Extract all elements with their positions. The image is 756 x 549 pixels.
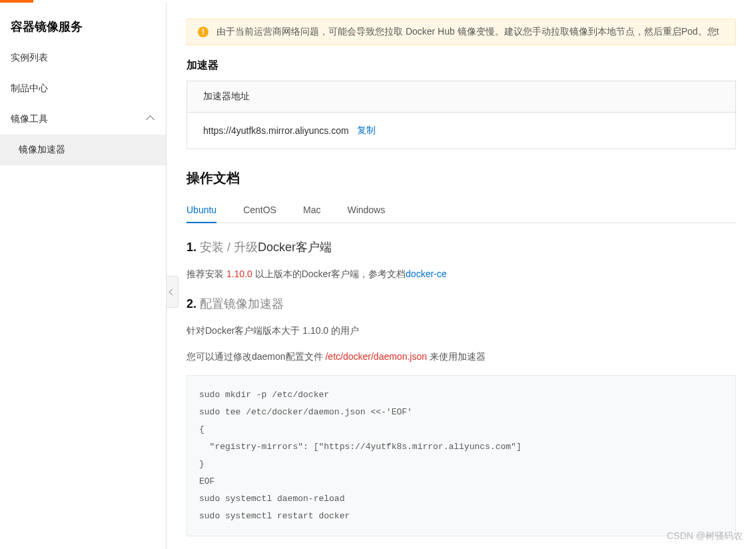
step-number: 2. [187,297,196,310]
text: 推荐安装 [187,269,226,279]
mirror-url: https://4yutfk8s.mirror.aliyuncs.com [203,125,349,136]
alert-text: 由于当前运营商网络问题，可能会导致您拉取 Docker Hub 镜像变慢。建议您… [216,26,719,38]
tab-windows[interactable]: Windows [347,198,385,223]
text: 您可以通过修改daemon配置文件 [187,351,325,362]
text: 以上版本的Docker客户端，参考文档 [252,269,406,279]
step1-paragraph: 推荐安装 1.10.0 以上版本的Docker客户端，参考文档docker-ce [187,266,736,282]
code-block: sudo mkdir -p /etc/docker sudo tee /etc/… [187,375,736,536]
sidebar-title: 容器镜像服务 [0,3,166,43]
sidebar-item-label: 实例列表 [11,52,48,64]
step2-title: 2. 配置镜像加速器 [187,296,736,312]
step2-paragraph2: 您可以通过修改daemon配置文件 /etc/docker/daemon.jso… [187,348,736,365]
sidebar-collapse-handle[interactable] [167,276,179,308]
step2-paragraph1: 针对Docker客户端版本大于 1.10.0 的用户 [187,322,736,339]
os-tabs: Ubuntu CentOS Mac Windows [187,198,736,223]
config-path: /etc/docker/daemon.json [325,351,427,362]
sidebar: 容器镜像服务 实例列表 制品中心 镜像工具 镜像加速器 [0,3,167,549]
warning-icon: ! [198,27,208,37]
text: 来使用加速器 [427,351,486,362]
sidebar-item-label: 镜像工具 [11,113,48,125]
main-content: ! 由于当前运营商网络问题，可能会导致您拉取 Docker Hub 镜像变慢。建… [167,3,756,549]
section-title-accelerator: 加速器 [187,59,736,73]
card-header: 加速器地址 [187,81,735,113]
version-text: 1.10.0 [226,269,252,279]
step1-title: 1. 安装 / 升级Docker客户端 [187,239,736,255]
sidebar-item-label: 制品中心 [11,83,48,95]
sidebar-item-image-tools[interactable]: 镜像工具 [0,104,166,135]
sidebar-item-products[interactable]: 制品中心 [0,73,166,104]
step-number: 1. [187,241,196,254]
docs-title: 操作文档 [187,169,736,187]
tab-centos[interactable]: CentOS [243,198,276,223]
tab-ubuntu[interactable]: Ubuntu [187,198,216,223]
chevron-up-icon [147,115,155,123]
step-text: 配置镜像加速器 [196,297,284,310]
docker-ce-link[interactable]: docker-ce [406,269,446,279]
copy-link[interactable]: 复制 [357,125,376,137]
accelerator-card: 加速器地址 https://4yutfk8s.mirror.aliyuncs.c… [187,81,736,149]
step-bold: Docker客户端 [258,241,332,254]
warning-alert: ! 由于当前运营商网络问题，可能会导致您拉取 Docker Hub 镜像变慢。建… [187,19,736,45]
step-text: 安装 / 升级 [196,241,258,254]
sidebar-subitem-accelerator[interactable]: 镜像加速器 [0,135,166,165]
card-body: https://4yutfk8s.mirror.aliyuncs.com 复制 [187,113,735,149]
tab-mac[interactable]: Mac [303,198,320,223]
sidebar-item-instances[interactable]: 实例列表 [0,43,166,73]
